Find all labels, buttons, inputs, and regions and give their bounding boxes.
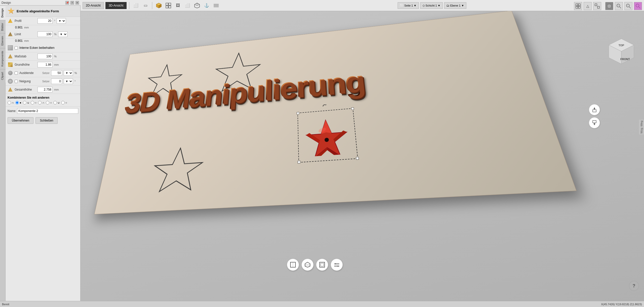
limit-label: Limit xyxy=(15,32,36,36)
name-row: Name xyxy=(6,107,80,115)
tab-blatter[interactable]: Blätter xyxy=(0,20,6,33)
group-icon[interactable] xyxy=(164,2,172,10)
anchor-icon[interactable]: ⚓ xyxy=(203,2,211,10)
shield-icon[interactable] xyxy=(605,2,613,10)
snap-icon[interactable] xyxy=(574,2,582,10)
combine-opt4[interactable]: ○ xyxy=(31,101,37,104)
combine-opt6[interactable]: ○ xyxy=(46,101,52,104)
svg-text:TOP: TOP xyxy=(619,44,624,47)
ctx-icon-4[interactable] xyxy=(331,259,343,271)
rotate-handle[interactable] xyxy=(322,104,327,109)
profil-sub-row: 0.901 mm xyxy=(6,25,80,30)
svg-rect-16 xyxy=(576,6,578,8)
massstab-unit: % xyxy=(54,55,57,58)
tab-clipart[interactable]: Clipart xyxy=(0,69,6,83)
svg-rect-5 xyxy=(166,6,168,8)
context-toolbar xyxy=(287,259,343,271)
action-align-bottom[interactable] xyxy=(589,117,600,128)
grundhohe-input[interactable] xyxy=(37,62,53,67)
nav-cube[interactable]: TOP FRONT xyxy=(606,36,636,71)
neigung-icon xyxy=(8,79,13,84)
limit-sub-unit: mm xyxy=(24,39,29,42)
ausblende-select[interactable]: ▼ xyxy=(64,70,73,76)
massstab-input[interactable] xyxy=(37,54,53,59)
profil-unit: ° xyxy=(54,19,55,22)
gesamthohe-icon xyxy=(8,87,13,92)
ctx-icon-1[interactable] xyxy=(287,259,299,271)
svg-rect-47 xyxy=(593,110,596,112)
tab-komponente[interactable]: Komponente xyxy=(0,48,6,69)
close-title-btn[interactable]: ✕ xyxy=(75,1,79,5)
combine-opt8[interactable]: ○ xyxy=(61,101,67,104)
ebene-dropdown[interactable]: 🗂 Ebene 1 ▼ xyxy=(444,2,466,9)
ctx-icon-2[interactable] xyxy=(301,259,314,271)
handle-br[interactable] xyxy=(356,157,359,160)
ausblende-checkbox[interactable] xyxy=(15,71,18,75)
corner-snap-icon[interactable] xyxy=(593,2,601,10)
combine-opt2[interactable]: ● xyxy=(15,101,21,104)
zoom-out-icon[interactable]: − xyxy=(624,2,632,10)
svg-text:−: − xyxy=(627,5,628,7)
tab-ebenen[interactable]: Ebenen xyxy=(0,33,6,48)
vertical-tab-bar: Design Blätter Ebenen Komponente Clipart xyxy=(0,6,6,307)
limit-row: Limit % ▼ xyxy=(6,30,80,39)
name-input[interactable] xyxy=(17,108,78,114)
white-square-icon[interactable]: ⬜ xyxy=(183,2,192,10)
combine-opt5[interactable]: ∩ xyxy=(38,101,44,104)
grundhohe-icon xyxy=(8,62,13,67)
help-title-btn[interactable]: ? xyxy=(70,1,74,5)
svg-rect-50 xyxy=(593,121,596,123)
toolbar-square-icon[interactable]: ⬜ xyxy=(132,2,140,10)
help-button[interactable]: ? xyxy=(629,281,639,291)
profil-input[interactable] xyxy=(37,18,53,24)
combine-opt3[interactable]: ∪ xyxy=(23,101,29,104)
massstab-row: Maßstab % xyxy=(6,52,80,61)
selected-star[interactable] xyxy=(302,113,352,157)
svg-rect-15 xyxy=(578,4,580,6)
grundhohe-label: Grundhöhe xyxy=(15,63,36,66)
neigung-select[interactable]: ▼ xyxy=(64,79,73,84)
gesamthohe-row: Gesamthöhe mm xyxy=(6,86,80,94)
image-icon[interactable]: 🖼 xyxy=(174,2,182,10)
handle-bl[interactable] xyxy=(298,161,300,164)
pin-btn[interactable]: 📌 xyxy=(65,1,69,5)
triangle-snap-icon[interactable]: △ xyxy=(584,2,592,10)
apply-button[interactable]: Übernehmen xyxy=(8,117,33,124)
lines-icon[interactable] xyxy=(212,2,220,10)
close-button[interactable]: Schließen xyxy=(35,117,57,124)
zoom-fit-icon[interactable] xyxy=(634,2,642,10)
limit-select[interactable]: ▼ xyxy=(58,31,67,37)
tab-design[interactable]: Design xyxy=(0,6,6,20)
gesamthohe-input[interactable] xyxy=(37,87,53,92)
zoom-region-icon[interactable]: + xyxy=(615,2,623,10)
interne-ecken-checkbox[interactable] xyxy=(15,46,18,50)
profil-select[interactable]: ▼ xyxy=(57,18,66,24)
red-star-shape xyxy=(305,116,349,157)
svg-point-26 xyxy=(636,4,639,7)
svg-marker-49 xyxy=(593,124,595,125)
limit-input[interactable] xyxy=(37,31,53,37)
combine-opt1[interactable]: ∩ xyxy=(8,101,14,104)
svg-line-21 xyxy=(620,7,621,8)
combine-opt7[interactable]: ∪ xyxy=(53,101,60,104)
ausblende-label: Ausblende xyxy=(19,71,41,75)
action-align-top[interactable] xyxy=(589,104,600,115)
status-coordinates: X(45.7426) Y(19.8218) Z(1.8623) xyxy=(601,303,642,306)
svg-line-9 xyxy=(197,5,200,6)
3d-board: 3D Manipulierung 3D Manipulierung xyxy=(94,11,577,214)
schicht-dropdown[interactable]: ◇ Schicht 1 ▼ xyxy=(420,2,443,9)
panel-title: Erstelle abgewinkelte Form xyxy=(17,9,59,13)
canvas-area[interactable]: 3D Manipulierung 3D Manipulierung xyxy=(81,11,644,301)
ctx-icon-3[interactable] xyxy=(316,259,328,271)
3d-cube-icon[interactable] xyxy=(155,2,163,10)
neigung-input[interactable] xyxy=(51,79,62,84)
neigung-checkbox[interactable] xyxy=(15,80,18,83)
toolbar-rect-icon[interactable]: ▭ xyxy=(141,2,149,10)
handle-tl[interactable] xyxy=(297,112,299,114)
seite-dropdown[interactable]: ⬜ Seite 1 ▼ xyxy=(398,2,419,9)
view-2d-btn[interactable]: 2D-Ansicht xyxy=(83,2,104,9)
cube-outline-icon[interactable] xyxy=(193,2,201,10)
view-3d-btn[interactable]: 3D-Ansicht xyxy=(105,2,127,9)
handle-tr[interactable] xyxy=(351,107,354,110)
ausblende-input[interactable] xyxy=(51,70,62,76)
